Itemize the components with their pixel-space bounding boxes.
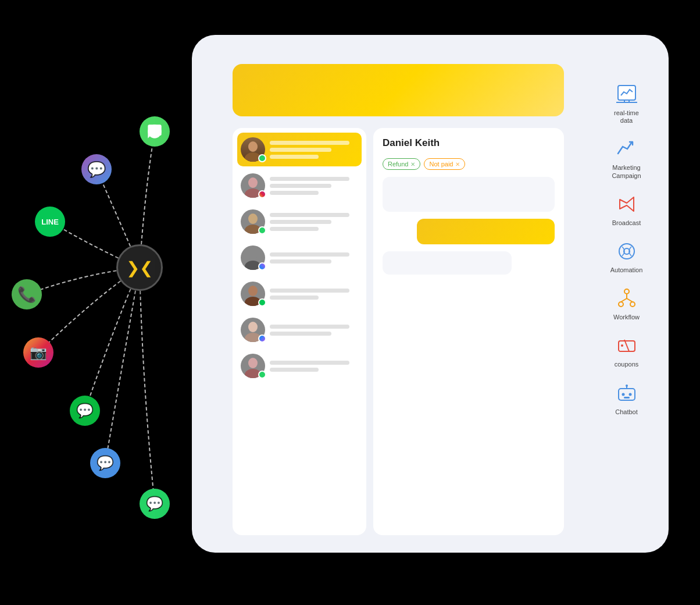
hub-icon: ❯❮ [126, 258, 153, 277]
svg-point-0 [248, 141, 258, 152]
chat-avatar-3 [241, 209, 265, 234]
detail-panel: Daniel Keith Refund ✕ Not paid ✕ [373, 128, 564, 535]
svg-point-4 [248, 213, 258, 224]
platform-line[interactable]: LINE [35, 207, 65, 237]
chat-avatar-6 [241, 318, 265, 342]
tag-refund-label: Refund [388, 161, 408, 168]
chat-lines-7 [270, 361, 358, 372]
svg-point-8 [248, 286, 258, 296]
svg-rect-33 [624, 397, 630, 398]
message-bubble-yellow-container [383, 219, 555, 244]
chat-item-4[interactable] [237, 241, 362, 275]
chat-item-7[interactable] [237, 349, 362, 383]
message-bubble-1 [383, 177, 555, 212]
svg-point-22 [619, 302, 623, 307]
chat-lines-1 [270, 141, 358, 159]
tag-notpaid-close[interactable]: ✕ [455, 161, 460, 168]
broadcast-label: Broadcast [612, 219, 641, 227]
badge-whatsapp-1 [258, 154, 266, 162]
svg-point-35 [626, 385, 628, 387]
coupons-icon [614, 333, 640, 358]
chat-lines-5 [270, 289, 358, 300]
sidebar-item-workflow[interactable]: Workflow [613, 286, 640, 321]
chat-avatar-2 [241, 173, 265, 198]
message-bubble-yellow [417, 219, 555, 244]
chat-lines-2 [270, 177, 358, 195]
badge-line-5 [258, 298, 266, 307]
chatbot-icon [614, 380, 640, 406]
automation-label: Automation [610, 266, 643, 274]
platform-chat[interactable]: 💬 [90, 448, 120, 478]
badge-whatsapp-3 [258, 226, 266, 234]
marketing-icon [613, 136, 639, 162]
chat-item-2[interactable] [237, 169, 362, 202]
automation-icon [614, 239, 640, 264]
svg-point-32 [628, 393, 631, 396]
svg-point-29 [621, 344, 623, 347]
chat-item-6[interactable] [237, 313, 362, 347]
badge-6 [258, 334, 266, 343]
tag-notpaid-label: Not paid [429, 161, 453, 168]
svg-line-25 [621, 298, 627, 302]
chat-lines-3 [270, 213, 358, 231]
workflow-label: Workflow [613, 314, 640, 321]
badge-whatsapp-7 [258, 371, 266, 379]
workflow-icon [614, 286, 640, 311]
svg-line-26 [627, 298, 633, 302]
sidebar-item-chatbot[interactable]: Chatbot [614, 380, 640, 416]
marketing-label: Marketing Campaign [612, 164, 641, 179]
svg-point-2 [248, 177, 258, 188]
svg-point-21 [624, 289, 629, 294]
tag-refund[interactable]: Refund ✕ [383, 158, 420, 170]
message-bubble-3 [383, 251, 512, 275]
chat-avatar-5 [241, 282, 265, 306]
tags-container: Refund ✕ Not paid ✕ [383, 158, 555, 170]
center-hub: ❯❮ [116, 244, 163, 291]
platform-wechat[interactable]: 💬 [70, 396, 100, 426]
chat-avatar-4 [241, 245, 265, 270]
svg-point-6 [248, 250, 258, 260]
chat-avatar-7 [241, 354, 265, 378]
coupons-label: coupons [615, 361, 639, 368]
platform-whatsapp[interactable]: 💬 [140, 489, 170, 519]
chat-list [233, 128, 366, 535]
chat-item-3[interactable] [237, 205, 362, 239]
chat-item-1[interactable] [237, 133, 362, 166]
badge-messenger-4 [258, 262, 266, 271]
svg-point-19 [619, 244, 634, 259]
platform-imessage[interactable] [140, 116, 170, 147]
realtime-label: real-time data [614, 109, 639, 124]
platform-instagram[interactable]: 📷 [23, 337, 53, 368]
tag-refund-close[interactable]: ✕ [410, 161, 415, 168]
sidebar-item-marketing[interactable]: Marketing Campaign [612, 136, 641, 179]
sidebar-item-automation[interactable]: Automation [610, 239, 643, 274]
scene: ❯❮ 💬 LINE 📞 📷 💬 [0, 0, 700, 605]
contact-name: Daniel Keith [383, 137, 555, 149]
broadcast-icon [614, 191, 640, 217]
platform-phone[interactable]: 📞 [12, 279, 42, 309]
platform-messenger[interactable]: 💬 [81, 154, 112, 184]
header-bar [233, 64, 564, 116]
tag-notpaid[interactable]: Not paid ✕ [424, 158, 465, 170]
sidebar-item-coupons[interactable]: coupons [614, 333, 640, 368]
svg-point-23 [630, 302, 635, 307]
sidebar-item-realtime[interactable]: real-time data [614, 81, 640, 124]
chatbot-label: Chatbot [615, 408, 638, 416]
realtime-icon [614, 81, 640, 107]
svg-point-10 [248, 322, 258, 332]
chat-avatar-1 [241, 137, 265, 162]
sidebar-item-broadcast[interactable]: Broadcast [612, 191, 641, 227]
badge-instagram-2 [258, 190, 266, 198]
right-sidebar: real-time data Marketing Campaign [602, 81, 651, 416]
chat-lines-6 [270, 325, 358, 336]
svg-point-12 [248, 358, 258, 368]
chat-lines-4 [270, 252, 358, 264]
chat-item-5[interactable] [237, 277, 362, 311]
svg-point-31 [622, 393, 624, 396]
main-content: Daniel Keith Refund ✕ Not paid ✕ [233, 128, 564, 535]
tablet-ui: Daniel Keith Refund ✕ Not paid ✕ [192, 35, 669, 553]
